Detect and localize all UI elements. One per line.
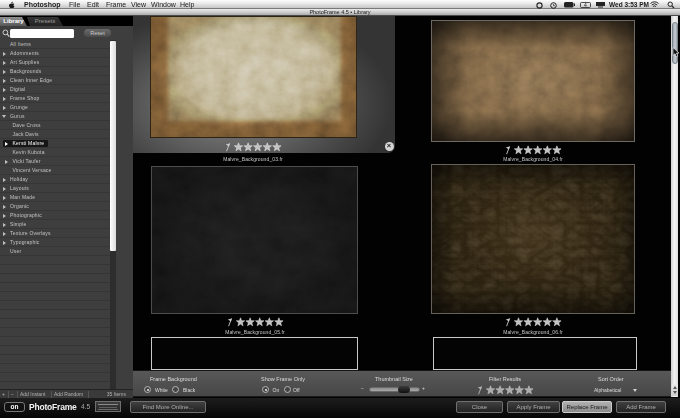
svg-text:4: 4	[584, 2, 587, 8]
